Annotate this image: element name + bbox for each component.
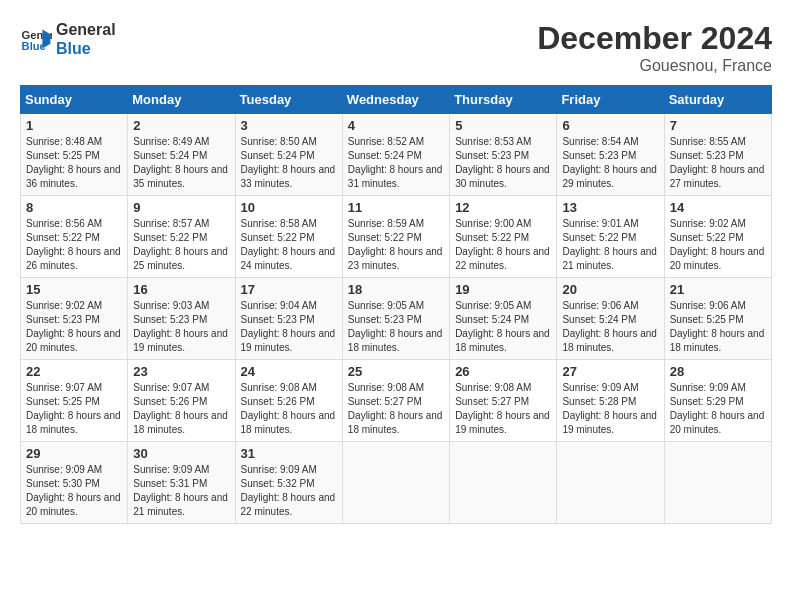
week-row: 29Sunrise: 9:09 AMSunset: 5:30 PMDayligh… (21, 442, 772, 524)
cell-content: Sunrise: 8:58 AMSunset: 5:22 PMDaylight:… (241, 217, 337, 273)
cell-content: Sunrise: 9:07 AMSunset: 5:25 PMDaylight:… (26, 381, 122, 437)
day-number: 14 (670, 200, 766, 215)
day-number: 31 (241, 446, 337, 461)
calendar-cell: 10Sunrise: 8:58 AMSunset: 5:22 PMDayligh… (235, 196, 342, 278)
day-number: 4 (348, 118, 444, 133)
day-number: 13 (562, 200, 658, 215)
day-number: 3 (241, 118, 337, 133)
cell-content: Sunrise: 9:02 AMSunset: 5:22 PMDaylight:… (670, 217, 766, 273)
cell-content: Sunrise: 9:05 AMSunset: 5:23 PMDaylight:… (348, 299, 444, 355)
header-sunday: Sunday (21, 86, 128, 114)
cell-content: Sunrise: 9:09 AMSunset: 5:32 PMDaylight:… (241, 463, 337, 519)
cell-content: Sunrise: 9:02 AMSunset: 5:23 PMDaylight:… (26, 299, 122, 355)
cell-content: Sunrise: 8:57 AMSunset: 5:22 PMDaylight:… (133, 217, 229, 273)
cell-content: Sunrise: 9:09 AMSunset: 5:29 PMDaylight:… (670, 381, 766, 437)
header-thursday: Thursday (450, 86, 557, 114)
header-row: SundayMondayTuesdayWednesdayThursdayFrid… (21, 86, 772, 114)
calendar-cell: 23Sunrise: 9:07 AMSunset: 5:26 PMDayligh… (128, 360, 235, 442)
cell-content: Sunrise: 9:09 AMSunset: 5:30 PMDaylight:… (26, 463, 122, 519)
cell-content: Sunrise: 9:08 AMSunset: 5:27 PMDaylight:… (455, 381, 551, 437)
header-friday: Friday (557, 86, 664, 114)
cell-content: Sunrise: 8:48 AMSunset: 5:25 PMDaylight:… (26, 135, 122, 191)
logo-line2: Blue (56, 39, 116, 58)
day-number: 30 (133, 446, 229, 461)
day-number: 1 (26, 118, 122, 133)
calendar-cell: 7Sunrise: 8:55 AMSunset: 5:23 PMDaylight… (664, 114, 771, 196)
calendar-cell: 18Sunrise: 9:05 AMSunset: 5:23 PMDayligh… (342, 278, 449, 360)
calendar-cell (664, 442, 771, 524)
cell-content: Sunrise: 9:09 AMSunset: 5:31 PMDaylight:… (133, 463, 229, 519)
calendar-cell: 16Sunrise: 9:03 AMSunset: 5:23 PMDayligh… (128, 278, 235, 360)
cell-content: Sunrise: 8:52 AMSunset: 5:24 PMDaylight:… (348, 135, 444, 191)
cell-content: Sunrise: 9:00 AMSunset: 5:22 PMDaylight:… (455, 217, 551, 273)
cell-content: Sunrise: 9:07 AMSunset: 5:26 PMDaylight:… (133, 381, 229, 437)
calendar-cell: 17Sunrise: 9:04 AMSunset: 5:23 PMDayligh… (235, 278, 342, 360)
calendar-cell: 12Sunrise: 9:00 AMSunset: 5:22 PMDayligh… (450, 196, 557, 278)
day-number: 17 (241, 282, 337, 297)
calendar-cell: 19Sunrise: 9:05 AMSunset: 5:24 PMDayligh… (450, 278, 557, 360)
day-number: 20 (562, 282, 658, 297)
calendar-cell (557, 442, 664, 524)
cell-content: Sunrise: 9:08 AMSunset: 5:26 PMDaylight:… (241, 381, 337, 437)
day-number: 5 (455, 118, 551, 133)
calendar-cell: 26Sunrise: 9:08 AMSunset: 5:27 PMDayligh… (450, 360, 557, 442)
day-number: 2 (133, 118, 229, 133)
cell-content: Sunrise: 9:08 AMSunset: 5:27 PMDaylight:… (348, 381, 444, 437)
cell-content: Sunrise: 8:55 AMSunset: 5:23 PMDaylight:… (670, 135, 766, 191)
day-number: 27 (562, 364, 658, 379)
cell-content: Sunrise: 9:01 AMSunset: 5:22 PMDaylight:… (562, 217, 658, 273)
page-header: General Blue General Blue December 2024 … (20, 20, 772, 75)
calendar-cell: 8Sunrise: 8:56 AMSunset: 5:22 PMDaylight… (21, 196, 128, 278)
day-number: 12 (455, 200, 551, 215)
calendar-cell: 27Sunrise: 9:09 AMSunset: 5:28 PMDayligh… (557, 360, 664, 442)
logo-icon: General Blue (20, 23, 52, 55)
calendar-cell: 1Sunrise: 8:48 AMSunset: 5:25 PMDaylight… (21, 114, 128, 196)
day-number: 26 (455, 364, 551, 379)
week-row: 15Sunrise: 9:02 AMSunset: 5:23 PMDayligh… (21, 278, 772, 360)
calendar-table: SundayMondayTuesdayWednesdayThursdayFrid… (20, 85, 772, 524)
day-number: 19 (455, 282, 551, 297)
week-row: 8Sunrise: 8:56 AMSunset: 5:22 PMDaylight… (21, 196, 772, 278)
month-title: December 2024 (537, 20, 772, 57)
day-number: 9 (133, 200, 229, 215)
logo-line1: General (56, 20, 116, 39)
cell-content: Sunrise: 9:04 AMSunset: 5:23 PMDaylight:… (241, 299, 337, 355)
day-number: 25 (348, 364, 444, 379)
day-number: 23 (133, 364, 229, 379)
calendar-cell: 13Sunrise: 9:01 AMSunset: 5:22 PMDayligh… (557, 196, 664, 278)
calendar-cell: 2Sunrise: 8:49 AMSunset: 5:24 PMDaylight… (128, 114, 235, 196)
day-number: 18 (348, 282, 444, 297)
week-row: 22Sunrise: 9:07 AMSunset: 5:25 PMDayligh… (21, 360, 772, 442)
calendar-cell: 15Sunrise: 9:02 AMSunset: 5:23 PMDayligh… (21, 278, 128, 360)
day-number: 28 (670, 364, 766, 379)
calendar-cell: 28Sunrise: 9:09 AMSunset: 5:29 PMDayligh… (664, 360, 771, 442)
day-number: 6 (562, 118, 658, 133)
title-area: December 2024 Gouesnou, France (537, 20, 772, 75)
cell-content: Sunrise: 8:53 AMSunset: 5:23 PMDaylight:… (455, 135, 551, 191)
calendar-cell: 22Sunrise: 9:07 AMSunset: 5:25 PMDayligh… (21, 360, 128, 442)
day-number: 15 (26, 282, 122, 297)
header-tuesday: Tuesday (235, 86, 342, 114)
calendar-cell: 3Sunrise: 8:50 AMSunset: 5:24 PMDaylight… (235, 114, 342, 196)
week-row: 1Sunrise: 8:48 AMSunset: 5:25 PMDaylight… (21, 114, 772, 196)
cell-content: Sunrise: 9:06 AMSunset: 5:24 PMDaylight:… (562, 299, 658, 355)
cell-content: Sunrise: 8:49 AMSunset: 5:24 PMDaylight:… (133, 135, 229, 191)
calendar-cell: 31Sunrise: 9:09 AMSunset: 5:32 PMDayligh… (235, 442, 342, 524)
location: Gouesnou, France (537, 57, 772, 75)
day-number: 11 (348, 200, 444, 215)
cell-content: Sunrise: 9:03 AMSunset: 5:23 PMDaylight:… (133, 299, 229, 355)
calendar-cell: 5Sunrise: 8:53 AMSunset: 5:23 PMDaylight… (450, 114, 557, 196)
header-monday: Monday (128, 86, 235, 114)
header-saturday: Saturday (664, 86, 771, 114)
calendar-cell: 6Sunrise: 8:54 AMSunset: 5:23 PMDaylight… (557, 114, 664, 196)
cell-content: Sunrise: 8:54 AMSunset: 5:23 PMDaylight:… (562, 135, 658, 191)
cell-content: Sunrise: 8:50 AMSunset: 5:24 PMDaylight:… (241, 135, 337, 191)
calendar-cell: 21Sunrise: 9:06 AMSunset: 5:25 PMDayligh… (664, 278, 771, 360)
svg-text:Blue: Blue (22, 40, 46, 52)
day-number: 16 (133, 282, 229, 297)
calendar-cell: 4Sunrise: 8:52 AMSunset: 5:24 PMDaylight… (342, 114, 449, 196)
day-number: 10 (241, 200, 337, 215)
cell-content: Sunrise: 8:56 AMSunset: 5:22 PMDaylight:… (26, 217, 122, 273)
calendar-cell (342, 442, 449, 524)
header-wednesday: Wednesday (342, 86, 449, 114)
